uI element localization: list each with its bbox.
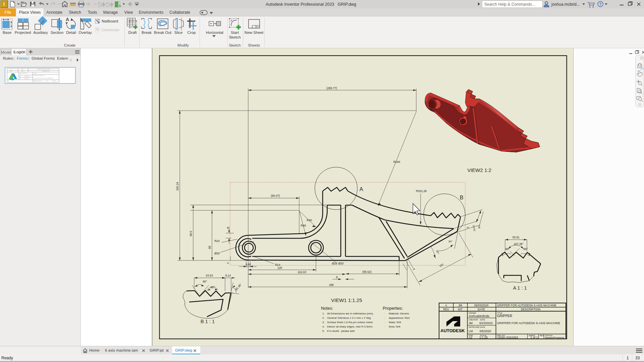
svg-text:Auxiliary: Auxiliary bbox=[33, 31, 48, 35]
svg-text:Ø28˙Ø20: Ø28˙Ø20 bbox=[332, 262, 344, 265]
svg-text:B 1 : 1: B 1 : 1 bbox=[201, 319, 215, 324]
svg-text:TEMPLATE FOR AUTODESK DRAWINGS: TEMPLATE FOR AUTODESK DRAWINGS bbox=[34, 78, 53, 79]
svg-text:Crop: Crop bbox=[187, 31, 196, 35]
svg-text:DESCRIPTION: DESCRIPTION bbox=[42, 71, 49, 72]
svg-text:85.36°: 85.36° bbox=[234, 283, 243, 291]
svg-text:DAT: DAT bbox=[21, 71, 23, 72]
svg-text:R184: R184 bbox=[393, 160, 400, 164]
svg-text:3/5/2020: 3/5/2020 bbox=[479, 329, 491, 333]
svg-text:·: · bbox=[384, 312, 385, 315]
svg-text:Break Out: Break Out bbox=[154, 31, 172, 35]
svg-text:INT: INT bbox=[458, 308, 463, 311]
svg-text:6/23/2022: 6/23/2022 bbox=[479, 321, 493, 325]
svg-text:Modify: Modify bbox=[177, 43, 189, 47]
svg-text:?: ? bbox=[599, 2, 601, 7]
svg-text:1 of 1: 1 of 1 bbox=[530, 336, 538, 339]
svg-text:·: · bbox=[384, 316, 385, 319]
svg-text:(90.07): (90.07) bbox=[271, 194, 280, 197]
svg-text:05/03/2020: 05/03/2020 bbox=[24, 76, 29, 77]
svg-text:05/03/2020: 05/03/2020 bbox=[24, 78, 29, 79]
svg-text:If in doubt - please ask!: If in doubt - please ask! bbox=[327, 329, 355, 333]
svg-text:4.: 4. bbox=[322, 325, 325, 328]
svg-text:OWNER: OWNER bbox=[469, 312, 476, 314]
svg-text:PM: PM bbox=[21, 69, 23, 70]
svg-text:LM: LM bbox=[469, 329, 473, 333]
svg-text:VIEW2 1:2: VIEW2 1:2 bbox=[467, 167, 491, 173]
svg-text:90°: 90° bbox=[524, 247, 528, 251]
svg-text:6.89: 6.89 bbox=[246, 263, 251, 266]
svg-text:·: · bbox=[384, 325, 385, 328]
svg-text:JM: JM bbox=[458, 304, 462, 307]
svg-text:GRIPPER FOR AUTODESK 6 AXIS MA: GRIPPER FOR AUTODESK 6 AXIS MACHINE bbox=[497, 304, 556, 307]
svg-text:120: 120 bbox=[277, 266, 282, 269]
svg-text:JoshuaMcBride: JoshuaMcBride bbox=[469, 314, 489, 318]
svg-text:R201,28: R201,28 bbox=[416, 189, 427, 193]
svg-text:New Sheet: New Sheet bbox=[245, 31, 264, 35]
svg-text:PAUL MUMFORD: PAUL MUMFORD bbox=[19, 73, 28, 74]
svg-text:I: I bbox=[3, 1, 5, 7]
svg-text:Break: Break bbox=[142, 31, 152, 35]
svg-text:A: A bbox=[360, 186, 363, 192]
svg-text:Base: Base bbox=[3, 31, 11, 35]
svg-text:90°: 90° bbox=[211, 286, 215, 289]
svg-text:Sketch: Sketch bbox=[229, 43, 240, 47]
svg-text:joshua.mcbrid...: joshua.mcbrid... bbox=[551, 2, 580, 7]
svg-text:90°: 90° bbox=[203, 280, 207, 283]
svg-text:8: 8 bbox=[466, 227, 470, 229]
svg-text:DATE: DATE bbox=[480, 319, 485, 321]
svg-text:Mass: N/A: Mass: N/A bbox=[389, 321, 401, 324]
svg-text:107.38°: 107.38° bbox=[514, 242, 523, 246]
svg-text:Horizontal: Horizontal bbox=[206, 31, 223, 35]
svg-text:Overlay: Overlay bbox=[78, 31, 92, 35]
svg-text:R48: R48 bbox=[301, 224, 306, 227]
svg-text:PM: PM bbox=[19, 76, 21, 77]
svg-text:TEMPLATE DRAWING: TEMPLATE DRAWING bbox=[34, 75, 45, 76]
svg-text:8: 8 bbox=[336, 276, 338, 279]
svg-text:GRIPPER: GRIPPER bbox=[497, 314, 512, 318]
svg-text:ADSK-2020-000: ADSK-2020-000 bbox=[34, 80, 41, 82]
svg-text:Nailboard: Nailboard bbox=[102, 19, 118, 23]
svg-text:ADSK-0334353: ADSK-0334353 bbox=[497, 336, 518, 339]
svg-text:A: A bbox=[66, 17, 69, 22]
svg-text:REV: REV bbox=[443, 308, 449, 311]
svg-text:Sketch: Sketch bbox=[229, 35, 240, 39]
svg-text:88: 88 bbox=[208, 246, 211, 249]
svg-text:A 1 : 1: A 1 : 1 bbox=[513, 285, 527, 291]
svg-text:Slice: Slice bbox=[174, 31, 183, 35]
svg-text:(95.52): (95.52) bbox=[363, 270, 372, 274]
svg-text:102: 102 bbox=[439, 263, 444, 268]
svg-text:Surface finish 1.6 Ra µm unles: Surface finish 1.6 Ra µm unless noted. bbox=[327, 321, 373, 324]
svg-text:Pending: Pending bbox=[52, 80, 56, 82]
svg-text:Properties:: Properties: bbox=[383, 306, 403, 311]
svg-text:REV: REV bbox=[10, 71, 12, 72]
svg-text:B: B bbox=[460, 195, 464, 200]
svg-text:GRIPPER FOR AUTODESK 6-AXIS MA: GRIPPER FOR AUTODESK 6-AXIS MACHINE bbox=[497, 321, 560, 325]
svg-text:·: · bbox=[384, 321, 385, 324]
svg-text:All Dimensions are in millimet: All Dimensions are in millimetres (mm). bbox=[327, 312, 374, 315]
svg-text:30°: 30° bbox=[435, 250, 439, 254]
svg-text:05/03/2020: 05/03/2020 bbox=[474, 304, 489, 307]
svg-text:13.61: 13.61 bbox=[472, 225, 476, 232]
svg-text:2D: 2D bbox=[640, 67, 644, 70]
svg-text:TEMPLATE FOR AUTODESK: TEMPLATE FOR AUTODESK bbox=[37, 69, 51, 70]
svg-text:A2: A2 bbox=[8, 80, 9, 82]
svg-text:General Tolerance ± 0.1 mm ±: General Tolerance ± 0.1 mm ± 1°deg bbox=[327, 316, 371, 319]
svg-text:90°: 90° bbox=[505, 247, 510, 251]
svg-text:DESCRIPTION: DESCRIPTION bbox=[521, 308, 540, 311]
svg-text:Draft: Draft bbox=[128, 31, 137, 35]
svg-text:WorkInProgress: WorkInProgress bbox=[545, 336, 564, 339]
svg-text:8: 8 bbox=[227, 226, 229, 230]
svg-text:Start: Start bbox=[231, 31, 239, 35]
svg-text:JM: JM bbox=[469, 321, 473, 325]
svg-text:28: 28 bbox=[477, 226, 481, 229]
svg-text:APPROVER: APPROVER bbox=[469, 326, 479, 328]
svg-text:Sheets: Sheets bbox=[248, 43, 260, 47]
svg-text:DATE: DATE bbox=[480, 326, 485, 328]
svg-text:Notes:: Notes: bbox=[321, 306, 333, 311]
svg-text:AUTODESK: AUTODESK bbox=[440, 328, 465, 333]
svg-text:Ø20: Ø20 bbox=[214, 252, 220, 255]
svg-text:50°: 50° bbox=[448, 240, 452, 243]
svg-text:1.: 1. bbox=[322, 312, 325, 315]
svg-text:DATE: DATE bbox=[478, 308, 485, 311]
svg-text:Connector: Connector bbox=[102, 28, 119, 32]
